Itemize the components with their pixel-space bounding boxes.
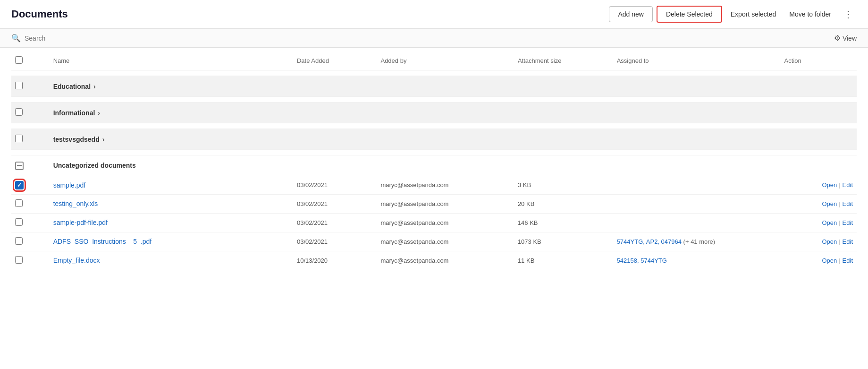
file-assigned (613, 176, 781, 194)
file-assigned: 5744YTG, AP2, 047964 (+ 41 more) (613, 232, 781, 251)
folder-row[interactable]: testsvsgdsedd › (11, 129, 857, 150)
file-name-link[interactable]: Empty_file.docx (53, 257, 100, 264)
delete-selected-button[interactable]: Delete Selected (657, 6, 722, 23)
file-checkbox-2[interactable] (15, 218, 23, 226)
action-separator: | (839, 219, 840, 226)
file-added-by: maryc@assetpanda.com (377, 251, 514, 270)
file-assigned (613, 194, 781, 213)
col-header-action: Action (781, 51, 857, 70)
assigned-to-links[interactable]: 5744YTG, AP2, 047964 (617, 238, 682, 245)
assigned-more: (+ 41 more) (683, 238, 716, 245)
file-added-by: maryc@assetpanda.com (377, 176, 514, 194)
col-header-name: Name (50, 51, 293, 70)
move-to-folder-button[interactable]: Move to folder (784, 7, 836, 22)
open-link[interactable]: Open (822, 238, 837, 245)
folder-name: Educational › (53, 83, 853, 90)
file-added-by: maryc@assetpanda.com (377, 213, 514, 232)
add-new-button[interactable]: Add new (609, 6, 652, 22)
edit-link[interactable]: Edit (843, 238, 853, 245)
file-added-by: maryc@assetpanda.com (377, 232, 514, 251)
edit-link[interactable]: Edit (843, 257, 853, 264)
folder-checkbox-0[interactable] (15, 82, 23, 89)
edit-link[interactable]: Edit (843, 200, 853, 207)
documents-table: Name Date Added Added by Attachment size… (11, 51, 857, 270)
file-date: 03/02/2021 (293, 194, 377, 213)
col-header-attachment-size: Attachment size (514, 51, 613, 70)
action-separator: | (839, 181, 840, 189)
col-header-added-by: Added by (377, 51, 514, 70)
file-assigned (613, 213, 781, 232)
file-added-by: maryc@assetpanda.com (377, 194, 514, 213)
file-actions: Open | Edit (784, 200, 853, 207)
action-separator: | (839, 257, 840, 264)
file-assigned: 542158, 5744YTG (613, 251, 781, 270)
search-icon: 🔍 (11, 34, 21, 43)
folder-name: Informational › (53, 109, 853, 117)
file-actions: Open | Edit (784, 238, 853, 245)
header: Documents Add new Delete Selected Export… (0, 0, 868, 29)
file-actions: Open | Edit (784, 257, 853, 264)
table-row: testing_only.xls 03/02/2021 maryc@assetp… (11, 194, 857, 213)
folder-row[interactable]: Educational › (11, 76, 857, 97)
file-name-link[interactable]: ADFS_SSO_Instructions__5_.pdf (53, 238, 152, 245)
file-checkbox-1[interactable] (15, 199, 23, 207)
edit-link[interactable]: Edit (843, 181, 853, 189)
select-all-checkbox[interactable] (15, 56, 23, 64)
file-actions: Open | Edit (784, 219, 853, 226)
action-separator: | (839, 200, 840, 207)
header-actions: Add new Delete Selected Export selected … (609, 6, 857, 23)
table-row: ADFS_SSO_Instructions__5_.pdf 03/02/2021… (11, 232, 857, 251)
col-header-date: Date Added (293, 51, 377, 70)
open-link[interactable]: Open (822, 181, 837, 189)
edit-link[interactable]: Edit (843, 219, 853, 226)
folder-name: testsvsgdsedd › (53, 136, 853, 143)
assigned-to-links[interactable]: 542158, 5744YTG (617, 257, 667, 264)
file-date: 10/13/2020 (293, 251, 377, 270)
chevron-right-icon: › (93, 83, 96, 90)
table-header-row: Name Date Added Added by Attachment size… (11, 51, 857, 70)
file-checkbox-3[interactable] (15, 237, 23, 245)
view-label: View (843, 34, 857, 42)
folder-label: Informational (53, 109, 95, 117)
file-checkbox-0[interactable] (15, 181, 24, 189)
folder-label: testsvsgdsedd (53, 136, 100, 143)
folder-checkbox-1[interactable] (15, 108, 23, 116)
uncategorized-label: Uncategorized documents (50, 155, 857, 176)
export-selected-button[interactable]: Export selected (726, 7, 781, 22)
uncategorized-section-row: Uncategorized documents (11, 155, 857, 176)
file-size: 3 KB (514, 176, 613, 194)
file-date: 03/02/2021 (293, 176, 377, 194)
search-bar: 🔍 ⚙ View (0, 29, 868, 48)
more-options-icon[interactable]: ⋮ (840, 7, 857, 22)
chevron-right-icon: › (98, 109, 100, 117)
page-title: Documents (11, 8, 609, 20)
col-header-assigned-to: Assigned to (613, 51, 781, 70)
file-name-link[interactable]: sample-pdf-file.pdf (53, 219, 108, 226)
file-date: 03/02/2021 (293, 213, 377, 232)
uncategorized-toggle-checkbox[interactable] (15, 162, 24, 170)
table-row: sample-pdf-file.pdf 03/02/2021 maryc@ass… (11, 213, 857, 232)
file-date: 03/02/2021 (293, 232, 377, 251)
file-size: 20 KB (514, 194, 613, 213)
view-button[interactable]: ⚙ View (834, 34, 857, 43)
open-link[interactable]: Open (822, 257, 837, 264)
table-container: Name Date Added Added by Attachment size… (0, 48, 868, 274)
folder-checkbox-2[interactable] (15, 135, 23, 142)
table-row: Empty_file.docx 10/13/2020 maryc@assetpa… (11, 251, 857, 270)
file-name-link[interactable]: testing_only.xls (53, 200, 98, 207)
file-name-link[interactable]: sample.pdf (53, 181, 85, 189)
filter-icon: ⚙ (834, 34, 841, 43)
folder-row[interactable]: Informational › (11, 103, 857, 123)
chevron-right-icon: › (102, 136, 105, 143)
file-size: 1073 KB (514, 232, 613, 251)
table-row: sample.pdf 03/02/2021 maryc@assetpanda.c… (11, 176, 857, 194)
open-link[interactable]: Open (822, 200, 837, 207)
file-actions: Open | Edit (784, 181, 853, 189)
action-separator: | (839, 238, 840, 245)
file-checkbox-4[interactable] (15, 256, 23, 264)
file-size: 11 KB (514, 251, 613, 270)
search-input[interactable] (25, 34, 834, 42)
open-link[interactable]: Open (822, 219, 837, 226)
folder-label: Educational (53, 83, 91, 90)
file-size: 146 KB (514, 213, 613, 232)
